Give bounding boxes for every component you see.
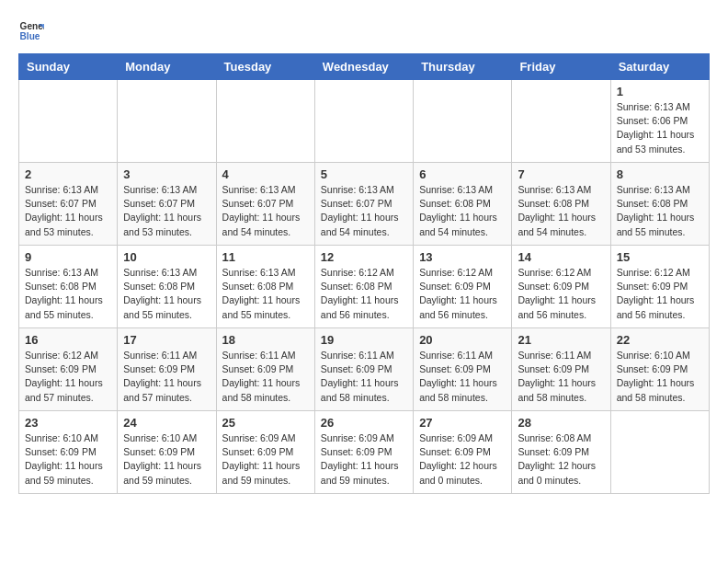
day-number: 23 [25, 416, 111, 430]
day-number: 27 [419, 416, 506, 430]
day-number: 19 [321, 333, 407, 347]
weekday-header-thursday: Thursday [414, 54, 512, 80]
calendar-cell [19, 80, 118, 163]
day-info: Sunrise: 6:09 AM Sunset: 6:09 PM Dayligh… [419, 431, 506, 488]
day-number: 21 [518, 333, 604, 347]
calendar-cell: 11Sunrise: 6:13 AM Sunset: 6:08 PM Dayli… [216, 246, 314, 328]
calendar-cell [118, 80, 216, 163]
calendar-week-2: 2Sunrise: 6:13 AM Sunset: 6:07 PM Daylig… [19, 163, 710, 246]
calendar-cell: 15Sunrise: 6:12 AM Sunset: 6:09 PM Dayli… [610, 246, 709, 328]
day-info: Sunrise: 6:13 AM Sunset: 6:08 PM Dayligh… [617, 183, 703, 239]
day-number: 3 [123, 167, 210, 181]
calendar-cell: 1Sunrise: 6:13 AM Sunset: 6:06 PM Daylig… [610, 80, 709, 163]
weekday-header-saturday: Saturday [610, 54, 709, 80]
day-info: Sunrise: 6:11 AM Sunset: 6:09 PM Dayligh… [518, 349, 604, 405]
day-number: 13 [419, 250, 506, 264]
calendar-table: SundayMondayTuesdayWednesdayThursdayFrid… [18, 53, 710, 494]
day-info: Sunrise: 6:10 AM Sunset: 6:09 PM Dayligh… [617, 349, 703, 405]
calendar-cell: 5Sunrise: 6:13 AM Sunset: 6:07 PM Daylig… [314, 163, 413, 246]
day-number: 8 [617, 167, 703, 181]
calendar-cell: 24Sunrise: 6:10 AM Sunset: 6:09 PM Dayli… [118, 411, 216, 494]
day-info: Sunrise: 6:10 AM Sunset: 6:09 PM Dayligh… [25, 431, 111, 488]
calendar-cell: 25Sunrise: 6:09 AM Sunset: 6:09 PM Dayli… [216, 411, 314, 494]
day-info: Sunrise: 6:12 AM Sunset: 6:08 PM Dayligh… [321, 266, 407, 322]
page-header: General Blue [18, 18, 710, 44]
weekday-header-sunday: Sunday [19, 54, 118, 80]
day-number: 4 [222, 167, 309, 181]
day-info: Sunrise: 6:12 AM Sunset: 6:09 PM Dayligh… [25, 349, 111, 405]
day-info: Sunrise: 6:13 AM Sunset: 6:08 PM Dayligh… [25, 266, 111, 322]
svg-text:Blue: Blue [20, 31, 40, 41]
generalblue-logo-icon: General Blue [18, 18, 44, 44]
day-info: Sunrise: 6:13 AM Sunset: 6:08 PM Dayligh… [222, 266, 309, 322]
calendar-cell: 26Sunrise: 6:09 AM Sunset: 6:09 PM Dayli… [314, 411, 413, 494]
svg-text:General: General [20, 21, 44, 31]
weekday-header-tuesday: Tuesday [216, 54, 314, 80]
calendar-cell: 13Sunrise: 6:12 AM Sunset: 6:09 PM Dayli… [414, 246, 512, 328]
day-number: 28 [518, 416, 604, 430]
day-number: 17 [123, 333, 210, 347]
calendar-cell: 2Sunrise: 6:13 AM Sunset: 6:07 PM Daylig… [19, 163, 118, 246]
day-number: 2 [25, 167, 111, 181]
day-info: Sunrise: 6:13 AM Sunset: 6:07 PM Dayligh… [321, 183, 407, 239]
calendar-cell: 23Sunrise: 6:10 AM Sunset: 6:09 PM Dayli… [19, 411, 118, 494]
day-info: Sunrise: 6:12 AM Sunset: 6:09 PM Dayligh… [419, 266, 506, 322]
calendar-cell: 27Sunrise: 6:09 AM Sunset: 6:09 PM Dayli… [414, 411, 512, 494]
day-number: 11 [222, 250, 309, 264]
calendar-cell [314, 80, 413, 163]
day-number: 9 [25, 250, 111, 264]
calendar-cell [610, 411, 709, 494]
calendar-cell: 6Sunrise: 6:13 AM Sunset: 6:08 PM Daylig… [414, 163, 512, 246]
day-number: 25 [222, 416, 309, 430]
day-info: Sunrise: 6:11 AM Sunset: 6:09 PM Dayligh… [222, 349, 309, 405]
day-info: Sunrise: 6:09 AM Sunset: 6:09 PM Dayligh… [321, 431, 407, 488]
day-number: 10 [123, 250, 210, 264]
day-number: 12 [321, 250, 407, 264]
calendar-cell: 17Sunrise: 6:11 AM Sunset: 6:09 PM Dayli… [118, 328, 216, 411]
day-info: Sunrise: 6:13 AM Sunset: 6:06 PM Dayligh… [617, 100, 703, 156]
day-number: 6 [419, 167, 506, 181]
calendar-cell: 28Sunrise: 6:08 AM Sunset: 6:09 PM Dayli… [512, 411, 610, 494]
calendar-cell [512, 80, 610, 163]
day-info: Sunrise: 6:11 AM Sunset: 6:09 PM Dayligh… [321, 349, 407, 405]
calendar-cell: 21Sunrise: 6:11 AM Sunset: 6:09 PM Dayli… [512, 328, 610, 411]
calendar-cell: 16Sunrise: 6:12 AM Sunset: 6:09 PM Dayli… [19, 328, 118, 411]
calendar-cell: 9Sunrise: 6:13 AM Sunset: 6:08 PM Daylig… [19, 246, 118, 328]
day-info: Sunrise: 6:13 AM Sunset: 6:07 PM Dayligh… [25, 183, 111, 239]
weekday-header-wednesday: Wednesday [314, 54, 413, 80]
calendar-cell [216, 80, 314, 163]
day-number: 5 [321, 167, 407, 181]
calendar-cell [414, 80, 512, 163]
calendar-cell: 22Sunrise: 6:10 AM Sunset: 6:09 PM Dayli… [610, 328, 709, 411]
calendar-cell: 10Sunrise: 6:13 AM Sunset: 6:08 PM Dayli… [118, 246, 216, 328]
calendar-cell: 12Sunrise: 6:12 AM Sunset: 6:08 PM Dayli… [314, 246, 413, 328]
logo: General Blue [18, 18, 44, 44]
day-info: Sunrise: 6:10 AM Sunset: 6:09 PM Dayligh… [123, 431, 210, 488]
calendar-cell: 18Sunrise: 6:11 AM Sunset: 6:09 PM Dayli… [216, 328, 314, 411]
day-info: Sunrise: 6:09 AM Sunset: 6:09 PM Dayligh… [222, 431, 309, 488]
day-info: Sunrise: 6:13 AM Sunset: 6:07 PM Dayligh… [222, 183, 309, 239]
day-number: 26 [321, 416, 407, 430]
calendar-cell: 14Sunrise: 6:12 AM Sunset: 6:09 PM Dayli… [512, 246, 610, 328]
day-number: 24 [123, 416, 210, 430]
calendar-cell: 20Sunrise: 6:11 AM Sunset: 6:09 PM Dayli… [414, 328, 512, 411]
day-number: 14 [518, 250, 604, 264]
day-number: 7 [518, 167, 604, 181]
calendar-week-1: 1Sunrise: 6:13 AM Sunset: 6:06 PM Daylig… [19, 80, 710, 163]
day-info: Sunrise: 6:13 AM Sunset: 6:07 PM Dayligh… [123, 183, 210, 239]
day-number: 15 [617, 250, 703, 264]
day-number: 20 [419, 333, 506, 347]
day-number: 16 [25, 333, 111, 347]
weekday-header-friday: Friday [512, 54, 610, 80]
day-info: Sunrise: 6:13 AM Sunset: 6:08 PM Dayligh… [419, 183, 506, 239]
calendar-cell: 7Sunrise: 6:13 AM Sunset: 6:08 PM Daylig… [512, 163, 610, 246]
calendar-cell: 19Sunrise: 6:11 AM Sunset: 6:09 PM Dayli… [314, 328, 413, 411]
day-info: Sunrise: 6:12 AM Sunset: 6:09 PM Dayligh… [617, 266, 703, 322]
calendar-cell: 8Sunrise: 6:13 AM Sunset: 6:08 PM Daylig… [610, 163, 709, 246]
calendar-week-3: 9Sunrise: 6:13 AM Sunset: 6:08 PM Daylig… [19, 246, 710, 328]
weekday-header-monday: Monday [118, 54, 216, 80]
day-number: 22 [617, 333, 703, 347]
day-info: Sunrise: 6:13 AM Sunset: 6:08 PM Dayligh… [518, 183, 604, 239]
calendar-week-5: 23Sunrise: 6:10 AM Sunset: 6:09 PM Dayli… [19, 411, 710, 494]
day-info: Sunrise: 6:13 AM Sunset: 6:08 PM Dayligh… [123, 266, 210, 322]
